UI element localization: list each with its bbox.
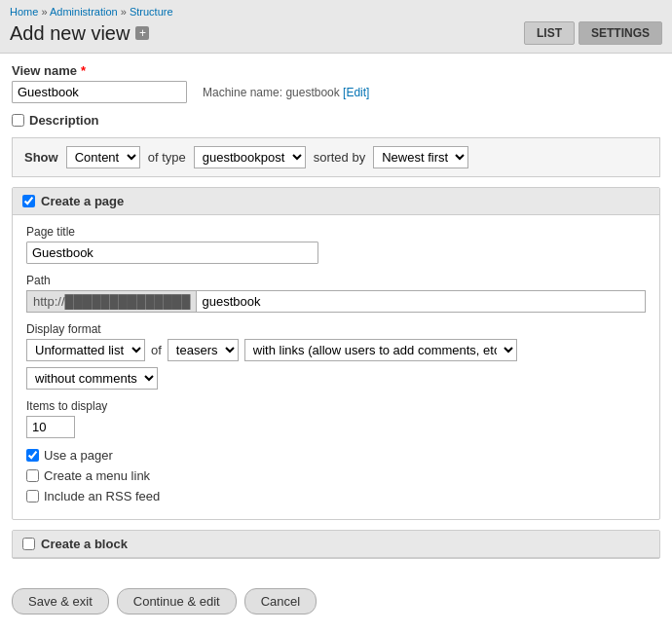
machine-name-edit-link[interactable]: [Edit] <box>343 86 369 99</box>
comments-select[interactable]: without comments <box>26 367 158 390</box>
use-pager-label: Use a pager <box>44 448 113 463</box>
breadcrumb: Home » Administration » Structure <box>10 6 662 18</box>
machine-name-text: Machine name: guestbook [Edit] <box>203 86 369 99</box>
sorted-by-label: sorted by <box>314 150 365 165</box>
display-format-field: Display format Unformatted list of tease… <box>26 322 646 390</box>
breadcrumb-structure[interactable]: Structure <box>130 6 173 18</box>
display-format-row: Unformatted list of teasers with links (… <box>26 339 646 390</box>
menu-link-item: Create a menu link <box>26 468 646 483</box>
create-page-header: Create a page <box>13 188 659 215</box>
header-buttons: LIST SETTINGS <box>524 21 662 45</box>
view-name-input[interactable] <box>12 81 187 103</box>
menu-link-checkbox[interactable] <box>26 469 39 482</box>
show-content-select[interactable]: Content <box>66 146 140 168</box>
use-pager-item: Use a pager <box>26 448 646 463</box>
settings-button[interactable]: SETTINGS <box>579 21 662 45</box>
path-field: Path http://██████████████ <box>26 274 646 313</box>
page-title: Add new view + <box>10 22 149 45</box>
view-name-label: View name * <box>12 63 660 78</box>
add-icon[interactable]: + <box>135 26 149 40</box>
cancel-button[interactable]: Cancel <box>244 588 317 614</box>
use-pager-checkbox[interactable] <box>26 449 39 462</box>
display-format-label: Display format <box>26 322 646 336</box>
footer-buttons: Save & exit Continue & edit Cancel <box>0 578 672 624</box>
page-title-label: Page title <box>26 225 646 239</box>
create-page-content: Page title Path http://██████████████ Di… <box>13 215 659 519</box>
rss-label: Include an RSS feed <box>44 489 160 503</box>
content-type-select[interactable]: guestbookpost <box>194 146 306 168</box>
description-checkbox-label: Description <box>12 113 660 128</box>
items-label: Items to display <box>26 399 646 413</box>
path-input[interactable] <box>196 290 646 313</box>
path-row: http://██████████████ <box>26 290 646 313</box>
breadcrumb-home[interactable]: Home <box>10 6 38 18</box>
page-title-field: Page title <box>26 225 646 264</box>
show-row: Show Content of type guestbookpost sorte… <box>12 137 660 177</box>
main-content: View name * Machine name: guestbook [Edi… <box>0 54 672 578</box>
rss-feed-item: Include an RSS feed <box>26 489 646 503</box>
rss-checkbox[interactable] <box>26 490 39 503</box>
save-exit-button[interactable]: Save & exit <box>12 588 109 614</box>
of-type-label: of type <box>148 150 186 165</box>
links-select[interactable]: with links (allow users to add comments,… <box>244 339 517 361</box>
path-label: Path <box>26 274 646 287</box>
create-block-header: Create a block <box>13 531 659 558</box>
teasers-select[interactable]: teasers <box>168 339 239 361</box>
items-input[interactable] <box>26 416 75 438</box>
sort-select[interactable]: Newest first <box>373 146 468 168</box>
page-title-row: Add new view + LIST SETTINGS <box>10 21 662 45</box>
format-select[interactable]: Unformatted list <box>26 339 145 361</box>
menu-link-label: Create a menu link <box>44 468 150 483</box>
create-page-checkbox[interactable] <box>22 195 35 207</box>
of-label: of <box>151 343 162 357</box>
create-block-checkbox[interactable] <box>22 538 35 550</box>
show-label: Show <box>24 150 58 165</box>
continue-edit-button[interactable]: Continue & edit <box>117 588 237 614</box>
path-prefix: http://██████████████ <box>26 290 196 313</box>
description-checkbox[interactable] <box>12 114 24 127</box>
view-name-group: View name * Machine name: guestbook [Edi… <box>12 63 660 103</box>
create-block-section: Create a block <box>12 530 660 559</box>
list-button[interactable]: LIST <box>524 21 575 45</box>
page-header: Home » Administration » Structure Add ne… <box>0 0 672 54</box>
items-field: Items to display <box>26 399 646 438</box>
description-group: Description <box>12 113 660 128</box>
required-star: * <box>81 63 86 78</box>
create-page-section: Create a page Page title Path http://███… <box>12 187 660 520</box>
breadcrumb-admin[interactable]: Administration <box>50 6 118 18</box>
page-title-input[interactable] <box>26 242 318 264</box>
